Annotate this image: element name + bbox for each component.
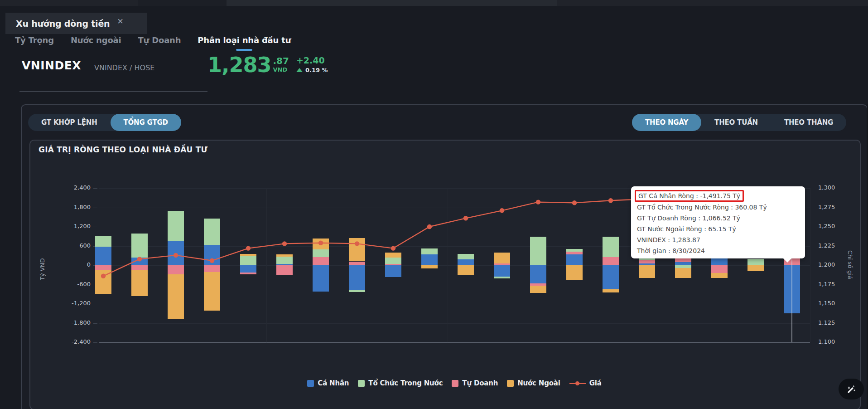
magic-wand-icon [846,384,857,394]
bar-segment-tự-doanh[interactable] [95,265,111,270]
y-axis-label-right: 1,125 [818,319,850,326]
price-line-point [536,200,540,204]
y-axis-label-right: 1,225 [818,242,850,249]
bar-segment-cá-nhân[interactable] [458,259,474,265]
bar-segment-tổ-chức-trong-nước[interactable] [240,256,256,265]
bar-segment-cá-nhân[interactable] [566,254,583,265]
bar-segment-tự-doanh[interactable] [131,265,148,270]
bar-segment-tự-doanh[interactable] [240,273,256,274]
bar-segment-tổ-chức-trong-nước[interactable] [385,258,401,264]
price-line-point [246,246,251,250]
bar-segment-nước-ngoài[interactable] [711,273,728,278]
bar-segment-cá-nhân[interactable] [675,262,691,265]
y-axis-title-right: Chỉ số giá [847,250,854,279]
bar-segment-nước-ngoài[interactable] [240,254,256,256]
vertical-gridline [629,188,629,342]
bar-segment-nước-ngoài[interactable] [603,289,619,292]
bar-segment-tổ-chức-trong-nước[interactable] [747,259,764,265]
bar-segment-nước-ngoài[interactable] [313,239,329,249]
y-axis-tick [93,227,97,227]
y-axis-label-left: -2,400 [59,338,91,345]
bar-segment-nước-ngoài[interactable] [639,265,655,278]
legend-item-4[interactable]: Nước Ngoài [507,379,560,387]
bar-segment-tổ-chức-trong-nước[interactable] [131,234,148,258]
y-axis-label-right: 1,200 [818,261,850,268]
y-axis-label-right: 1,250 [818,223,850,229]
bar-segment-tự-doanh[interactable] [313,257,329,265]
magic-wand-button[interactable] [839,379,864,399]
tooltip-highlighted-value: GT Cá Nhân Ròng : -1,491.75 Tỷ [635,190,744,202]
bar-segment-nước-ngoài[interactable] [168,274,184,319]
legend-item-2[interactable]: Tổ Chức Trong Nước [358,379,443,387]
bar-segment-cá-nhân[interactable] [711,258,728,265]
bar-segment-nước-ngoài[interactable] [95,270,111,294]
y-axis-label-left: 0 [59,261,91,268]
y-axis-label-left: 1,200 [59,223,91,229]
bar-segment-nước-ngoài[interactable] [276,254,293,257]
legend-item-price-line[interactable]: Giá [569,379,602,387]
bar-segment-tự-doanh[interactable] [204,265,220,272]
bar-segment-tự-doanh[interactable] [711,265,728,273]
bar-segment-cá-nhân[interactable] [385,265,401,277]
bar-segment-tổ-chức-trong-nước[interactable] [168,211,184,241]
y-axis-label-left: -600 [59,281,91,287]
bar-segment-cá-nhân[interactable] [530,265,546,283]
y-axis-label-right: 1,100 [818,338,850,345]
legend-swatch [358,380,365,387]
bar-segment-tổ-chức-trong-nước[interactable] [313,249,329,257]
bar-segment-nước-ngoài[interactable] [747,265,764,271]
bar-segment-nước-ngoài[interactable] [204,272,220,311]
bar-segment-nước-ngoài[interactable] [385,253,401,258]
legend-label: Tổ Chức Trong Nước [368,379,443,387]
bar-segment-tự-doanh[interactable] [603,257,619,265]
bar-segment-nước-ngoài[interactable] [530,286,546,293]
bar-segment-cá-nhân[interactable] [204,245,220,265]
bar-segment-nước-ngoài[interactable] [566,265,583,280]
bar-segment-tổ-chức-trong-nước[interactable] [494,277,510,278]
bar-segment-tự-doanh[interactable] [494,263,510,265]
bar-segment-cá-nhân[interactable] [131,258,148,265]
y-axis-tick [93,342,97,343]
bar-segment-cá-nhân[interactable] [313,265,329,292]
bar-segment-tổ-chức-trong-nước[interactable] [204,219,220,244]
bar-segment-tự-doanh[interactable] [168,265,184,274]
bar-segment-cá-nhân[interactable] [95,247,111,265]
tooltip-row-1: GT Cá Nhân Ròng : -1,491.75 Tỷ [637,190,799,202]
bar-segment-cá-nhân[interactable] [349,265,365,290]
price-line-point [608,198,613,203]
y-axis-label-right: 1,175 [818,281,850,287]
vertical-gridline [266,188,267,342]
bar-segment-tổ-chức-trong-nước[interactable] [349,290,365,292]
bar-segment-nước-ngoài[interactable] [349,238,365,262]
bar-segment-cá-nhân[interactable] [168,241,184,265]
y-axis-label-left: 2,400 [59,184,91,191]
bar-segment-tự-doanh[interactable] [639,260,655,264]
bar-segment-nước-ngoài[interactable] [421,265,438,268]
gridline [99,323,810,324]
legend-item-3[interactable]: Tự Doanh [452,379,498,387]
bar-segment-tổ-chức-trong-nước[interactable] [421,248,438,254]
bar-segment-tổ-chức-trong-nước[interactable] [276,257,293,264]
bar-segment-cá-nhân[interactable] [240,265,256,273]
bar-segment-nước-ngoài[interactable] [675,268,691,278]
bar-segment-nước-ngoài[interactable] [131,270,148,296]
bar-segment-tự-doanh[interactable] [566,252,583,254]
bar-segment-tự-doanh[interactable] [276,265,293,275]
bar-segment-tổ-chức-trong-nước[interactable] [95,236,111,247]
price-line-point [463,216,468,220]
bar-segment-nước-ngoài[interactable] [458,265,474,275]
legend-item-1[interactable]: Cá Nhân [307,379,349,387]
bar-segment-tổ-chức-trong-nước[interactable] [530,237,546,265]
bar-segment-tổ-chức-trong-nước[interactable] [566,249,583,252]
bar-segment-tự-doanh[interactable] [385,264,401,265]
bar-segment-cá-nhân[interactable] [603,265,619,289]
bar-segment-tổ-chức-trong-nước[interactable] [603,237,619,257]
bar-segment-nước-ngoài[interactable] [494,253,510,263]
x-axis-line [99,342,810,343]
bar-segment-cá-nhân[interactable] [421,254,438,265]
bar-segment-tự-doanh[interactable] [349,262,365,266]
tooltip-caret [783,258,791,263]
bar-segment-tổ-chức-trong-nước[interactable] [458,254,474,259]
bar-segment-cá-nhân[interactable] [494,265,510,277]
y-axis-tick [93,304,97,304]
